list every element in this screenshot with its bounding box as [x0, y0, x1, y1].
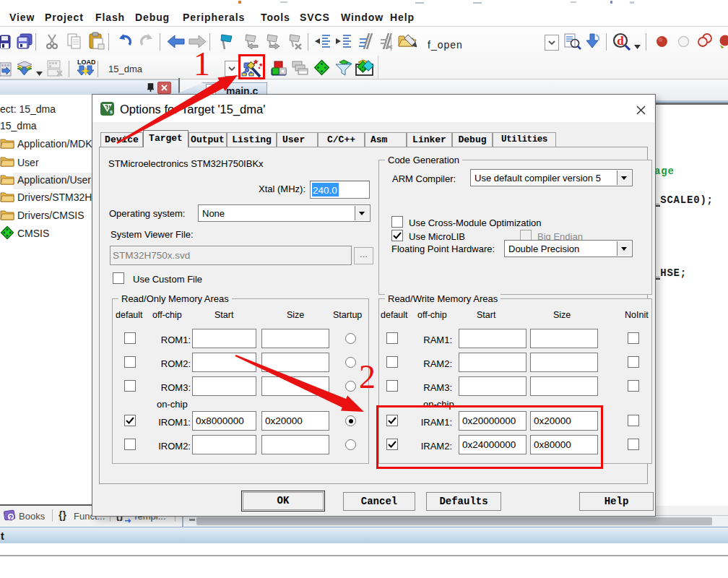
svg-text:LOAD: LOAD	[77, 59, 95, 66]
svg-text:d: d	[617, 34, 624, 48]
svg-text:?: ?	[9, 514, 13, 521]
svg-text:s: s	[110, 109, 113, 114]
